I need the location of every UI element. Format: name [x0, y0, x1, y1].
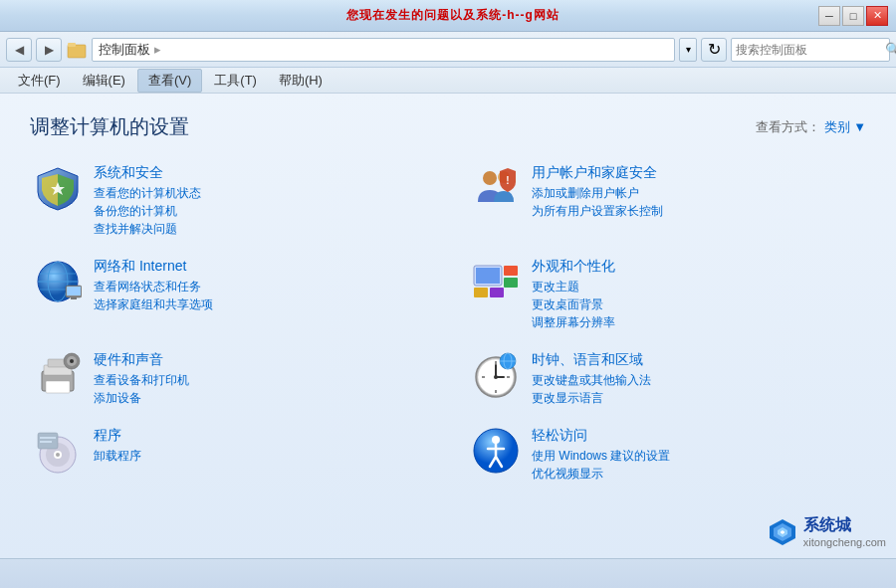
system-security-link-1[interactable]: 备份您的计算机	[94, 203, 424, 220]
hardware-link-1[interactable]: 添加设备	[94, 390, 424, 407]
svg-rect-44	[40, 437, 56, 439]
appearance-link-2[interactable]: 调整屏幕分辨率	[532, 314, 862, 331]
control-panel-grid: 系统和安全 查看您的计算机状态 备份您的计算机 查找并解决问题 !	[30, 160, 866, 487]
forward-button[interactable]: ▶	[36, 38, 62, 62]
user-accounts-icon: !	[472, 164, 520, 212]
address-separator: ▸	[154, 42, 161, 57]
ease-access-link-1[interactable]: 优化视频显示	[532, 466, 862, 483]
cp-item-hardware[interactable]: 硬件和声音 查看设备和打印机 添加设备	[30, 347, 428, 411]
user-accounts-link-1[interactable]: 为所有用户设置家长控制	[532, 203, 862, 220]
hardware-title[interactable]: 硬件和声音	[94, 351, 424, 369]
programs-text: 程序 卸载程序	[94, 427, 424, 465]
appearance-link-0[interactable]: 更改主题	[532, 279, 862, 295]
title-bar-title: 您现在发生的问题以及系统-h--g网站	[88, 7, 818, 24]
system-security-link-2[interactable]: 查找并解决问题	[94, 221, 424, 238]
user-accounts-text: 用户帐户和家庭安全 添加或删除用户帐户 为所有用户设置家长控制	[532, 164, 862, 220]
search-input[interactable]	[736, 43, 885, 57]
programs-icon	[34, 427, 82, 475]
view-mode-value[interactable]: 类别 ▼	[824, 118, 866, 136]
cp-item-user-accounts[interactable]: ! 用户帐户和家庭安全 添加或删除用户帐户 为所有用户设置家长控制	[468, 160, 866, 242]
back-button[interactable]: ◀	[6, 38, 32, 62]
programs-title[interactable]: 程序	[94, 427, 424, 445]
close-button[interactable]: ✕	[866, 6, 888, 26]
hardware-icon	[34, 351, 82, 399]
main-content: 调整计算机的设置 查看方式： 类别 ▼	[0, 94, 896, 558]
appearance-title[interactable]: 外观和个性化	[532, 258, 862, 276]
system-security-text: 系统和安全 查看您的计算机状态 备份您的计算机 查找并解决问题	[94, 164, 424, 238]
system-security-link-0[interactable]: 查看您的计算机状态	[94, 185, 424, 202]
network-icon	[34, 258, 82, 305]
svg-point-42	[56, 453, 60, 457]
network-text: 网络和 Internet 查看网络状态和任务 选择家庭组和共享选项	[94, 258, 424, 313]
svg-rect-16	[504, 266, 518, 276]
clock-icon	[472, 351, 520, 399]
svg-point-26	[70, 359, 74, 363]
view-mode-label: 查看方式：	[756, 118, 820, 136]
clock-link-1[interactable]: 更改显示语言	[532, 390, 862, 407]
svg-rect-13	[71, 297, 77, 299]
title-bar-controls: ─ □ ✕	[818, 6, 888, 26]
watermark: 系统城 xitongcheng.com	[768, 515, 886, 548]
clock-text: 时钟、语言和区域 更改键盘或其他输入法 更改显示语言	[532, 351, 862, 407]
user-accounts-link-0[interactable]: 添加或删除用户帐户	[532, 185, 862, 202]
cp-item-appearance[interactable]: 外观和个性化 更改主题 更改桌面背景 调整屏幕分辨率	[468, 254, 866, 335]
watermark-logo	[768, 517, 797, 547]
svg-rect-1	[68, 43, 76, 47]
cp-item-clock[interactable]: 时钟、语言和区域 更改键盘或其他输入法 更改显示语言	[468, 347, 866, 411]
page-header: 调整计算机的设置 查看方式： 类别 ▼	[30, 113, 866, 140]
clock-title[interactable]: 时钟、语言和区域	[532, 351, 862, 369]
cp-item-network[interactable]: 网络和 Internet 查看网络状态和任务 选择家庭组和共享选项	[30, 254, 428, 335]
address-dropdown-button[interactable]: ▾	[679, 38, 697, 62]
menu-item-tools[interactable]: 工具(T)	[204, 70, 267, 92]
cp-item-programs[interactable]: 程序 卸载程序	[30, 423, 428, 487]
hardware-link-0[interactable]: 查看设备和打印机	[94, 372, 424, 389]
minimize-button[interactable]: ─	[818, 6, 840, 26]
ease-access-icon	[472, 427, 520, 475]
svg-rect-19	[490, 288, 504, 297]
watermark-url: xitongcheng.com	[803, 536, 886, 548]
address-bar: ◀ ▶ 控制面板 ▸ ▾ ↻ 🔍	[0, 32, 896, 68]
clock-link-0[interactable]: 更改键盘或其他输入法	[532, 372, 862, 389]
menu-item-help[interactable]: 帮助(H)	[269, 70, 333, 92]
ease-access-link-0[interactable]: 使用 Windows 建议的设置	[532, 448, 862, 465]
svg-rect-17	[504, 278, 518, 288]
svg-rect-12	[67, 287, 81, 295]
page-title: 调整计算机的设置	[30, 113, 189, 140]
search-icon[interactable]: 🔍	[885, 41, 896, 59]
svg-rect-45	[40, 441, 52, 443]
status-bar	[0, 558, 896, 588]
watermark-brand: 系统城	[803, 515, 886, 536]
menu-item-view[interactable]: 查看(V)	[137, 69, 202, 93]
refresh-button[interactable]: ↻	[701, 38, 727, 62]
svg-rect-18	[474, 288, 488, 297]
network-link-1[interactable]: 选择家庭组和共享选项	[94, 296, 424, 313]
cp-item-system-security[interactable]: 系统和安全 查看您的计算机状态 备份您的计算机 查找并解决问题	[30, 160, 428, 242]
network-title[interactable]: 网络和 Internet	[94, 258, 424, 276]
menu-bar: 文件(F) 编辑(E) 查看(V) 工具(T) 帮助(H)	[0, 68, 896, 94]
ease-access-title[interactable]: 轻松访问	[532, 427, 862, 445]
system-security-title[interactable]: 系统和安全	[94, 164, 424, 182]
view-mode[interactable]: 查看方式： 类别 ▼	[756, 118, 866, 136]
menu-item-file[interactable]: 文件(F)	[8, 70, 71, 92]
folder-icon	[66, 39, 88, 61]
appearance-icon	[472, 258, 520, 305]
address-text: 控制面板	[99, 41, 150, 59]
svg-rect-15	[476, 268, 500, 284]
svg-rect-21	[46, 381, 70, 393]
ease-access-text: 轻松访问 使用 Windows 建议的设置 优化视频显示	[532, 427, 862, 483]
svg-point-3	[483, 171, 497, 185]
title-bar: 您现在发生的问题以及系统-h--g网站 ─ □ ✕	[0, 0, 896, 32]
search-box[interactable]: 🔍	[731, 38, 890, 62]
programs-link-0[interactable]: 卸载程序	[94, 448, 424, 465]
address-field[interactable]: 控制面板 ▸	[92, 38, 675, 62]
appearance-text: 外观和个性化 更改主题 更改桌面背景 调整屏幕分辨率	[532, 258, 862, 331]
appearance-link-1[interactable]: 更改桌面背景	[532, 296, 862, 313]
svg-text:!: !	[506, 175, 509, 186]
svg-point-31	[494, 375, 498, 379]
cp-item-ease-access[interactable]: 轻松访问 使用 Windows 建议的设置 优化视频显示	[468, 423, 866, 487]
maximize-button[interactable]: □	[842, 6, 864, 26]
user-accounts-title[interactable]: 用户帐户和家庭安全	[532, 164, 862, 182]
system-security-icon	[34, 164, 82, 212]
menu-item-edit[interactable]: 编辑(E)	[73, 70, 135, 92]
network-link-0[interactable]: 查看网络状态和任务	[94, 279, 424, 295]
